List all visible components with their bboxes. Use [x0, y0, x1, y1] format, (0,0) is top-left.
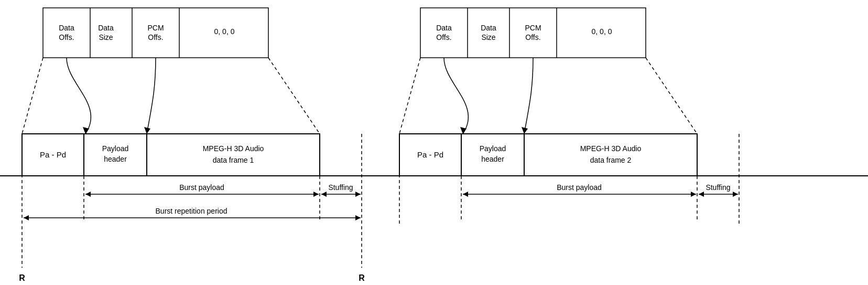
right-header-cell-3b: Offs. [525, 33, 540, 41]
left-header-cell-3b: Offs. [148, 33, 163, 41]
right-frame-row: Pa - Pd Payload header MPEG-H 3D Audio d… [399, 134, 697, 176]
right-header-cell-2b: Size [481, 33, 495, 41]
right-burst-payload-arrow: Burst payload [463, 183, 696, 197]
left-header-cell-1: Data [59, 24, 74, 32]
left-burst-rep-arrow: Burst repetition period [24, 207, 361, 220]
svg-marker-15 [313, 192, 319, 197]
left-r-label-2: R [359, 273, 365, 282]
right-mpeg-label2: data frame 2 [590, 156, 632, 164]
svg-marker-47 [460, 127, 466, 134]
svg-marker-18 [355, 192, 361, 197]
main-svg: Data Offs. Data Size PCM Offs. 0, 0, 0 P… [0, 0, 868, 285]
left-burst-payload-arrow: Burst payload [85, 183, 319, 197]
svg-marker-24 [83, 127, 89, 134]
right-stuffing-arrow: Stuffing [699, 183, 738, 197]
right-header-table: Data Offs. Data Size PCM Offs. 0, 0, 0 [420, 8, 646, 58]
diagram-container: Data Offs. Data Size PCM Offs. 0, 0, 0 P… [0, 0, 868, 285]
left-header-table: Data Offs. Data Size PCM Offs. 0, 0, 0 [43, 8, 268, 58]
svg-line-23 [268, 58, 320, 134]
left-payload-header-label2: header [104, 155, 127, 163]
left-header-cell-1b: Offs. [59, 33, 74, 41]
right-pa-pd-label: Pa - Pd [417, 150, 443, 159]
left-header-cell-2: Data [98, 24, 114, 32]
left-stuffing-label: Stuffing [328, 183, 353, 192]
right-payload-header-label2: header [481, 155, 504, 163]
svg-marker-40 [463, 192, 468, 197]
svg-marker-43 [699, 192, 704, 197]
right-header-cell-1b: Offs. [436, 33, 451, 41]
left-mpeg-label2: data frame 1 [213, 156, 254, 164]
svg-line-45 [399, 58, 420, 134]
svg-marker-25 [144, 127, 150, 134]
left-header-cell-3: PCM [147, 24, 164, 32]
svg-line-22 [22, 58, 43, 134]
svg-rect-32 [524, 134, 697, 176]
left-frame-row: Pa - Pd Payload header MPEG-H 3D Audio d… [22, 134, 320, 176]
svg-marker-48 [522, 127, 528, 134]
svg-marker-44 [733, 192, 738, 197]
left-pa-pd-label: Pa - Pd [40, 150, 66, 159]
left-header-cell-2b: Size [99, 33, 113, 41]
svg-marker-17 [321, 192, 327, 197]
svg-marker-14 [85, 192, 91, 197]
left-header-cell-4: 0, 0, 0 [214, 27, 235, 36]
right-stuffing-label: Stuffing [706, 183, 730, 192]
left-payload-header-label: Payload [102, 144, 129, 153]
svg-rect-6 [147, 134, 320, 176]
left-stuffing-arrow: Stuffing [321, 183, 361, 197]
svg-marker-20 [24, 215, 29, 220]
svg-line-46 [646, 58, 697, 134]
right-payload-header-label: Payload [480, 144, 506, 153]
left-burst-payload-label: Burst payload [179, 183, 224, 192]
right-header-cell-4: 0, 0, 0 [592, 27, 612, 36]
right-header-cell-1: Data [436, 24, 452, 32]
right-mpeg-label: MPEG-H 3D Audio [580, 144, 642, 153]
left-burst-rep-label: Burst repetition period [156, 207, 227, 215]
right-header-cell-2: Data [481, 24, 496, 32]
svg-marker-41 [691, 192, 696, 197]
left-r-label-1: R [19, 273, 25, 282]
right-header-cell-3: PCM [525, 24, 541, 32]
right-burst-payload-label: Burst payload [557, 183, 602, 192]
svg-marker-21 [355, 215, 361, 220]
left-mpeg-label: MPEG-H 3D Audio [203, 144, 264, 153]
